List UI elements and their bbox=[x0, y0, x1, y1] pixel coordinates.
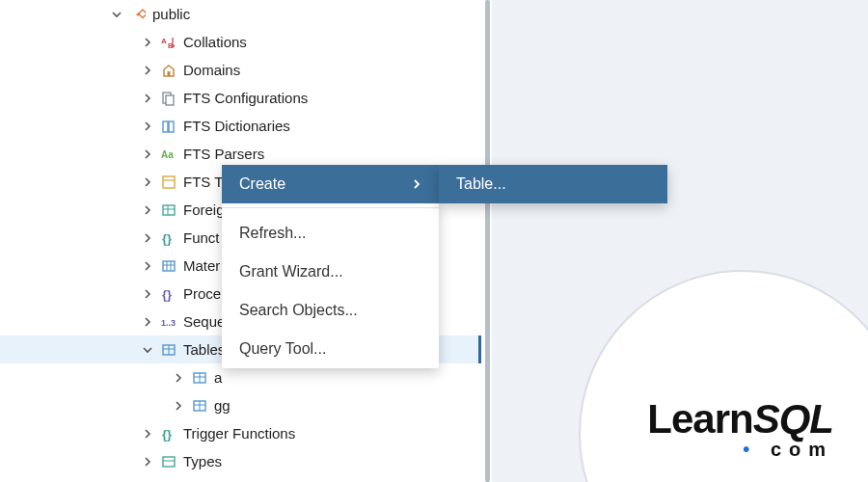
foreign-tables-icon bbox=[160, 201, 177, 219]
context-menu-item-label: Refresh... bbox=[239, 225, 306, 242]
svg-rect-8 bbox=[169, 121, 174, 132]
svg-text:1..3: 1..3 bbox=[161, 318, 176, 328]
chevron-right-icon[interactable] bbox=[141, 177, 154, 187]
tree-node-label: public bbox=[152, 6, 190, 22]
svg-text:{}: {} bbox=[162, 427, 172, 442]
fts-config-icon bbox=[160, 90, 177, 107]
tree-node-fts-configurations[interactable]: FTS Configurations bbox=[0, 84, 481, 112]
context-submenu-item-label: Table... bbox=[456, 175, 506, 193]
svg-point-1 bbox=[137, 13, 140, 15]
logo-text: LearnSQL bbox=[647, 396, 833, 442]
tree-node-label: Foreig bbox=[183, 201, 225, 218]
fts-parsers-icon: Aa bbox=[160, 146, 177, 163]
domains-icon bbox=[160, 62, 177, 79]
table-icon bbox=[191, 397, 208, 415]
context-menu-item-query-tool[interactable]: Query Tool... bbox=[222, 330, 439, 368]
tree-node-label: a bbox=[214, 369, 222, 386]
types-icon bbox=[160, 453, 177, 470]
context-menu-item-search-objects[interactable]: Search Objects... bbox=[222, 291, 439, 330]
svg-rect-0 bbox=[139, 10, 146, 17]
procedures-icon: {} bbox=[160, 285, 177, 303]
chevron-right-icon[interactable] bbox=[172, 401, 185, 411]
schema-icon bbox=[129, 6, 147, 23]
svg-text:{}: {} bbox=[162, 287, 172, 302]
trigger-functions-icon: {} bbox=[160, 425, 177, 442]
context-menu-item-refresh[interactable]: Refresh... bbox=[222, 214, 439, 253]
tree-node-label: Collations bbox=[183, 34, 247, 50]
svg-rect-10 bbox=[163, 176, 175, 188]
collations-icon: AB bbox=[160, 34, 177, 51]
tree-node-label: Domains bbox=[183, 62, 240, 78]
tree-node-label: FTS T bbox=[183, 174, 223, 190]
chevron-right-icon[interactable] bbox=[172, 373, 185, 383]
chevron-right-icon[interactable] bbox=[141, 149, 154, 159]
sequences-icon: 1..3 bbox=[160, 313, 177, 331]
chevron-right-icon[interactable] bbox=[141, 429, 154, 439]
context-menu-separator bbox=[222, 207, 439, 208]
chevron-right-icon[interactable] bbox=[141, 457, 154, 467]
svg-rect-12 bbox=[163, 205, 175, 215]
tree-node-table-gg[interactable]: gg bbox=[0, 391, 481, 419]
chevron-right-icon[interactable] bbox=[141, 233, 154, 243]
context-menu-item-label: Query Tool... bbox=[239, 340, 326, 358]
svg-rect-6 bbox=[166, 95, 174, 105]
tree-node-collations[interactable]: AB Collations bbox=[0, 28, 481, 56]
tree-node-trigger-functions[interactable]: {} Trigger Functions bbox=[0, 419, 481, 447]
tree-node-label: FTS Parsers bbox=[183, 146, 264, 162]
tree-node-label: Tables bbox=[183, 341, 225, 358]
chevron-right-icon[interactable] bbox=[141, 121, 154, 131]
chevron-right-icon[interactable] bbox=[141, 261, 154, 271]
context-menu-item-grant-wizard[interactable]: Grant Wizard... bbox=[222, 253, 439, 291]
chevron-right-icon[interactable] bbox=[141, 205, 154, 215]
tree-node-label: Trigger Functions bbox=[183, 425, 295, 442]
svg-text:Aa: Aa bbox=[161, 149, 174, 160]
tree-node-types[interactable]: Types bbox=[0, 447, 481, 475]
context-submenu-item-table[interactable]: Table... bbox=[439, 165, 667, 203]
svg-text:A: A bbox=[161, 37, 167, 45]
svg-text:{}: {} bbox=[162, 231, 172, 246]
context-menu-item-label: Create bbox=[239, 175, 285, 193]
svg-rect-32 bbox=[163, 457, 175, 467]
chevron-down-icon[interactable] bbox=[141, 345, 154, 355]
tree-node-fts-parsers[interactable]: Aa FTS Parsers bbox=[0, 140, 481, 168]
tree-node-label: FTS Dictionaries bbox=[183, 118, 290, 134]
tree-node-label: FTS Configurations bbox=[183, 90, 308, 106]
fts-dict-icon bbox=[160, 118, 177, 135]
functions-icon: {} bbox=[160, 229, 177, 247]
chevron-right-icon[interactable] bbox=[141, 66, 154, 75]
chevron-down-icon[interactable] bbox=[110, 10, 123, 19]
chevron-right-icon[interactable] bbox=[141, 94, 154, 103]
context-menu-item-label: Grant Wizard... bbox=[239, 263, 343, 281]
tables-icon bbox=[160, 341, 177, 359]
tree-node-fts-dictionaries[interactable]: FTS Dictionaries bbox=[0, 112, 481, 140]
tree-node-label: Mater bbox=[183, 257, 220, 274]
svg-rect-16 bbox=[163, 261, 175, 271]
matviews-icon bbox=[160, 257, 177, 275]
fts-templates-icon bbox=[160, 174, 177, 191]
context-menu-item-create[interactable]: Create bbox=[222, 165, 439, 203]
chevron-right-icon[interactable] bbox=[141, 38, 154, 47]
tree-node-label: Types bbox=[183, 453, 222, 469]
chevron-right-icon[interactable] bbox=[141, 317, 154, 327]
pane-divider[interactable] bbox=[481, 0, 492, 482]
brand-logo: LearnSQL • com bbox=[647, 396, 833, 461]
context-menu-item-label: Search Objects... bbox=[239, 302, 358, 319]
tree-node-domains[interactable]: Domains bbox=[0, 56, 481, 84]
tree-node-label: Seque bbox=[183, 313, 225, 330]
tree-node-label: Proce bbox=[183, 285, 221, 302]
tree-node-label: gg bbox=[214, 397, 231, 414]
table-icon bbox=[191, 369, 208, 387]
svg-rect-4 bbox=[168, 71, 171, 76]
tree-node-label: Funct bbox=[183, 229, 220, 246]
chevron-right-icon[interactable] bbox=[141, 289, 154, 299]
context-submenu: Table... bbox=[439, 165, 667, 203]
tree-node-schema-public[interactable]: public bbox=[0, 0, 481, 28]
svg-rect-7 bbox=[163, 121, 168, 132]
context-menu: Create Refresh... Grant Wizard... Search… bbox=[222, 165, 439, 368]
chevron-right-icon bbox=[412, 179, 421, 189]
